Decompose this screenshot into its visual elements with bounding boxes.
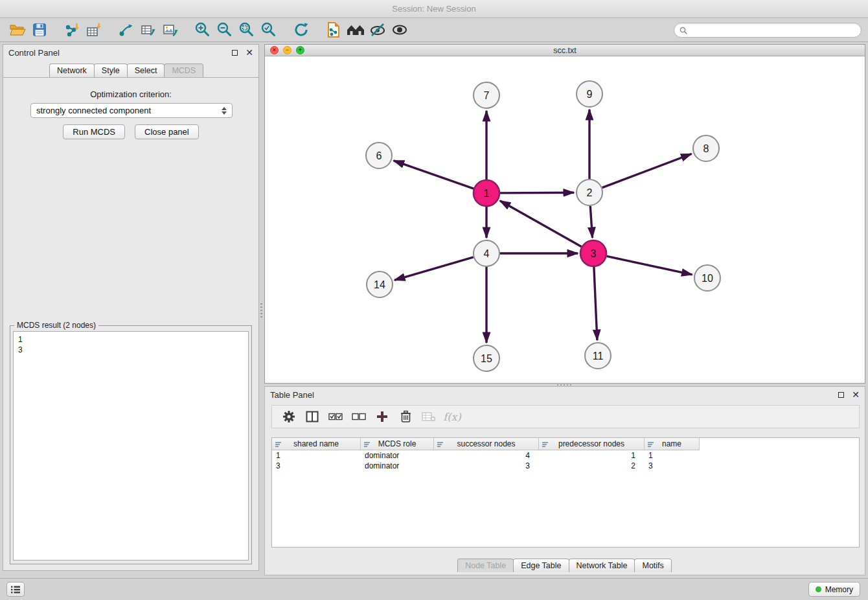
node-4[interactable]: 4 xyxy=(474,240,499,266)
minimize-window-icon[interactable]: − xyxy=(283,46,291,54)
search-input[interactable] xyxy=(691,26,856,35)
export-table-icon[interactable] xyxy=(137,20,159,40)
network-canvas[interactable]: 7968124314101511 xyxy=(265,56,865,383)
show-columns-button[interactable] xyxy=(301,407,324,426)
home-icon[interactable] xyxy=(345,20,367,40)
refresh-layout-icon[interactable] xyxy=(290,20,312,40)
function-builder-button[interactable]: f(x) xyxy=(440,407,464,426)
export-image-icon[interactable] xyxy=(159,20,181,40)
edge-2-8[interactable] xyxy=(602,154,692,188)
run-mcds-button[interactable]: Run MCDS xyxy=(63,124,125,139)
table-cell[interactable]: 1 xyxy=(645,450,700,461)
table-settings-button[interactable] xyxy=(277,407,301,426)
mcds-result-title: MCDS result (2 nodes) xyxy=(14,321,98,330)
close-panel-button[interactable]: Close panel xyxy=(135,124,199,139)
zoom-selected-icon[interactable] xyxy=(258,20,280,40)
task-history-button[interactable] xyxy=(6,582,25,597)
svg-text:9: 9 xyxy=(587,89,593,100)
table-cell[interactable]: 3 xyxy=(434,461,539,471)
node-11[interactable]: 11 xyxy=(585,343,611,369)
table-cell[interactable]: 1 xyxy=(272,450,361,461)
table-row[interactable]: 3dominator323 xyxy=(272,461,859,471)
save-session-icon[interactable] xyxy=(29,20,51,40)
maximize-window-icon[interactable]: + xyxy=(296,46,304,54)
edge-3-1[interactable] xyxy=(500,201,582,247)
delete-table-button[interactable] xyxy=(417,407,440,426)
tab-motifs[interactable]: Motifs xyxy=(634,559,671,572)
network-window-title: scc.txt xyxy=(265,46,865,55)
node-2[interactable]: 2 xyxy=(577,179,602,205)
edge-3-10[interactable] xyxy=(607,256,692,275)
node-6[interactable]: 6 xyxy=(366,143,392,168)
table-cell[interactable]: 3 xyxy=(645,461,700,471)
window-titlebar: Session: New Session xyxy=(0,0,868,18)
style-eye-icon[interactable] xyxy=(367,20,389,40)
trash-icon xyxy=(400,410,411,423)
import-table-icon xyxy=(86,22,102,38)
edge-3-11[interactable] xyxy=(594,267,597,340)
delete-column-button[interactable] xyxy=(394,407,417,426)
column-header-successor-nodes[interactable]: successor nodes xyxy=(434,438,539,450)
node-14[interactable]: 14 xyxy=(367,271,393,297)
node-3[interactable]: 3 xyxy=(580,240,606,266)
select-all-button[interactable] xyxy=(324,407,347,426)
table-cell[interactable]: dominator xyxy=(361,450,434,461)
table-row[interactable]: 1dominator411 xyxy=(272,450,859,461)
network-share-icon xyxy=(119,22,134,38)
edge-1-2[interactable] xyxy=(500,192,574,193)
dropdown-value: strongly connected component xyxy=(36,106,218,115)
table-cell[interactable]: dominator xyxy=(361,461,434,471)
edge-1-6[interactable] xyxy=(394,161,474,189)
node-8[interactable]: 8 xyxy=(693,135,719,161)
vertical-splitter[interactable] xyxy=(259,44,264,571)
table-cell[interactable]: 4 xyxy=(434,450,539,461)
memory-label: Memory xyxy=(825,585,853,594)
search-box xyxy=(674,23,862,38)
node-1[interactable]: 1 xyxy=(474,180,499,206)
tab-select[interactable]: Select xyxy=(127,63,165,77)
optimization-dropdown[interactable]: strongly connected component xyxy=(30,103,233,118)
table-cell[interactable]: 1 xyxy=(539,450,645,461)
zoom-in-icon[interactable] xyxy=(192,20,214,40)
table-cell[interactable]: 3 xyxy=(272,461,361,471)
node-10[interactable]: 10 xyxy=(694,265,720,291)
add-column-button[interactable] xyxy=(371,407,394,426)
import-table-icon[interactable] xyxy=(83,20,105,40)
edge-2-3[interactable] xyxy=(590,206,592,238)
close-panel-icon[interactable]: ✕ xyxy=(246,48,253,57)
close-table-panel-icon[interactable]: ✕ xyxy=(852,390,860,399)
float-panel-icon[interactable] xyxy=(232,50,238,56)
zoom-fit-icon[interactable] xyxy=(236,20,258,40)
column-header-shared-name[interactable]: shared name xyxy=(272,438,361,450)
mcds-button-row: Run MCDS Close panel xyxy=(3,124,258,139)
window-title: Session: New Session xyxy=(392,4,475,14)
open-session-icon[interactable] xyxy=(6,20,29,40)
column-header-name[interactable]: name xyxy=(645,438,700,450)
tab-node-table[interactable]: Node Table xyxy=(457,559,514,572)
table-cell[interactable]: 2 xyxy=(539,461,645,471)
tab-network[interactable]: Network xyxy=(49,63,95,77)
delete-table-icon xyxy=(422,411,436,422)
edge-4-14[interactable] xyxy=(394,257,474,280)
columns-icon xyxy=(306,411,319,422)
zoom-out-icon[interactable] xyxy=(214,20,236,40)
tab-edge-table[interactable]: Edge Table xyxy=(513,559,569,572)
node-15[interactable]: 15 xyxy=(474,345,499,371)
float-table-panel-icon[interactable] xyxy=(838,392,844,398)
close-window-icon[interactable]: × xyxy=(270,46,279,54)
new-network-icon[interactable] xyxy=(115,20,137,40)
tab-style[interactable]: Style xyxy=(94,63,128,77)
column-header-predecessor-nodes[interactable]: predecessor nodes xyxy=(539,438,645,450)
node-7[interactable]: 7 xyxy=(474,82,499,108)
node-9[interactable]: 9 xyxy=(577,81,602,107)
document-network-icon xyxy=(326,21,341,38)
deselect-all-button[interactable] xyxy=(347,407,371,426)
show-graphics-details-icon[interactable] xyxy=(389,20,411,40)
tab-network-table[interactable]: Network Table xyxy=(569,559,635,572)
import-network-icon[interactable] xyxy=(61,20,83,40)
column-header-MCDS-role[interactable]: MCDS role xyxy=(361,438,434,450)
tab-mcds[interactable]: MCDS xyxy=(164,63,203,77)
memory-button[interactable]: Memory xyxy=(808,582,860,597)
open-network-document-icon[interactable] xyxy=(323,20,345,40)
sort-icon xyxy=(364,441,371,448)
